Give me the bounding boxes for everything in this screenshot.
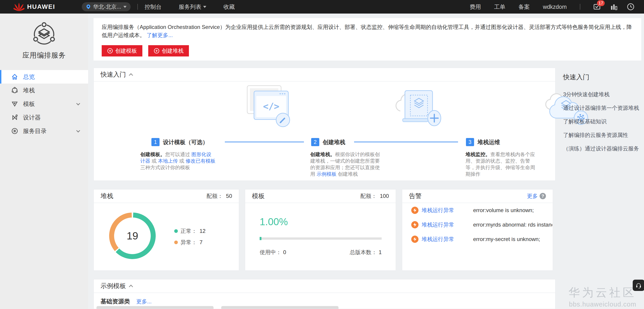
alarm-type-link[interactable]: 堆栈运行异常 — [422, 236, 467, 243]
watermark-url: bbs.huaweicloud.com — [568, 301, 636, 308]
rail-link-cloud-resource-attrs[interactable]: 了解编排的云服务资源属性 — [563, 132, 644, 139]
step-3-description: 堆栈监控。查看您堆栈内各个应用、资源的状态、监控、告警等，并执行升级、伸缩等生命… — [466, 151, 538, 177]
sidebar-item-designer[interactable]: 设计器 — [0, 111, 88, 124]
huawei-logo[interactable]: HUAWEI — [14, 2, 55, 12]
sidebar-item-label: 总览 — [23, 73, 35, 81]
create-stack-button[interactable]: 创建堆栈 — [148, 45, 189, 56]
step-connector — [225, 142, 304, 142]
alarm-row: 堆栈运行异常 error:my-secret is unknown; — [402, 232, 553, 246]
template-card-title: 模板 — [252, 192, 264, 200]
headset-icon — [635, 282, 642, 289]
create-stack-illustration — [393, 84, 444, 130]
resources-chart-icon[interactable] — [610, 3, 618, 10]
stack-card-title: 堆栈 — [100, 192, 113, 200]
alarm-type-link[interactable]: 堆栈运行异常 — [422, 221, 467, 228]
support-headset-button[interactable] — [633, 280, 644, 291]
home-icon — [11, 74, 18, 80]
step-text: 三种方式设计你的模板 — [140, 165, 190, 170]
alarm-type-link[interactable]: 堆栈运行异常 — [422, 207, 467, 214]
quickstart-panel: 快速入门 </> — [94, 68, 556, 181]
alarm-header-right: 更多 ? — [527, 192, 546, 200]
template-usage-percent: 1.00% — [260, 216, 288, 228]
local-upload-link[interactable]: 本地上传 — [158, 158, 178, 164]
orange-dot-icon — [174, 240, 178, 244]
template-versions: 总版本数：1 — [350, 249, 382, 256]
favorites-link[interactable]: 收藏 — [224, 3, 235, 10]
example-templates-panel: 示例模板 基础资源类 更多... — [94, 279, 556, 309]
message-count-badge: 17 — [597, 0, 605, 6]
create-template-label: 创建模板 — [115, 47, 137, 54]
template-usage-bar-fill — [260, 237, 262, 240]
sidebar-item-label: 模板 — [23, 100, 35, 108]
legend-value: 7 — [200, 239, 202, 246]
used-label: 使用中： — [260, 249, 281, 255]
intro-buttons: 创建模板 创建堆栈 — [102, 45, 633, 56]
alarm-card: 告警 更多 ? 堆栈运行异常 error:volume is unknown; … — [402, 189, 553, 270]
collapse-chevron-icon[interactable] — [129, 284, 133, 289]
quickstart-title: 快速入门 — [100, 70, 126, 79]
learn-more-link[interactable]: 了解更多... — [147, 32, 173, 38]
create-template-button[interactable]: 创建模板 — [102, 45, 142, 56]
sidebar-item-catalog[interactable]: 服务目录 — [0, 124, 88, 138]
topbar-icons: 17 — [594, 3, 634, 10]
username-menu[interactable]: wdkzdom — [543, 4, 567, 10]
stack-legend: 正常： 12 异常： 7 — [174, 228, 206, 250]
legend-label: 异常： — [180, 239, 197, 246]
rail-link-first-resource-stack[interactable]: 通过设计器编排第一个资源堆栈 — [563, 104, 644, 112]
sidebar-menu: 总览 堆栈 — [0, 70, 88, 138]
alarm-message: error:my-secret is unknown; — [473, 236, 540, 242]
service-list-label: 服务列表 — [179, 3, 201, 10]
step-1-lead: 创建模板。 — [140, 152, 165, 157]
history-clock-icon[interactable] — [627, 3, 634, 10]
sidebar-item-label: 设计器 — [23, 114, 41, 122]
tickets-link[interactable]: 工单 — [494, 3, 505, 10]
region-selector[interactable]: 华北-北京... — [82, 2, 130, 11]
template-usage-bar — [260, 238, 382, 240]
sidebar-item-overview[interactable]: 总览 — [0, 70, 88, 84]
alarm-message: error:volume is unknown; — [473, 207, 534, 214]
service-list-menu[interactable]: 服务列表 — [179, 3, 206, 10]
category-more-link[interactable]: 更多... — [136, 298, 152, 305]
sidebar-item-stack[interactable]: 堆栈 — [0, 84, 88, 97]
divider — [580, 4, 580, 10]
console-link[interactable]: 控制台 — [144, 3, 162, 10]
sidebar-item-template[interactable]: 模板 — [0, 97, 88, 111]
design-template-illustration: </> — [244, 84, 292, 130]
versions-label: 总版本数： — [350, 249, 377, 255]
stack-quota: 配额： 50 — [206, 192, 232, 200]
rail-link-designer-drill[interactable]: （演练）通过设计器编排云服务 — [563, 145, 644, 152]
step-1-badge: 1 — [152, 138, 160, 146]
messages-icon[interactable]: 17 — [594, 3, 601, 10]
alarm-list: 堆栈运行异常 error:volume is unknown; 堆栈运行异常 e… — [402, 203, 553, 246]
help-question-icon[interactable]: ? — [540, 193, 546, 199]
example-category-row: 基础资源类 更多... — [94, 293, 555, 306]
step-1-description: 创建模板。您可以通过 图形化设计器 或 本地上传 或 修改已有模板 三种方式设计… — [140, 151, 216, 171]
step-text: 或 — [178, 158, 186, 164]
create-stack-label: 创建堆栈 — [162, 47, 184, 54]
service-title: 应用编排服务 — [0, 50, 88, 60]
app-orchestration-console: HUAWEI 华北-北京... 控制台 服务列表 收藏 费用 工单 备案 wdk… — [0, 0, 644, 309]
alarm-more-link[interactable]: 更多 — [527, 192, 538, 200]
sidebar: 应用编排服务 总览 — [0, 14, 88, 309]
billing-link[interactable]: 费用 — [470, 3, 481, 10]
stack-donut-chart: 19 — [106, 210, 158, 262]
example-templates-header: 示例模板 — [94, 280, 555, 293]
rail-link-template-basics[interactable]: 了解模板基础知识 — [563, 118, 644, 125]
region-label: 华北-北京... — [93, 3, 121, 10]
collapse-chevron-icon[interactable] — [129, 73, 133, 77]
stack-total-count: 19 — [106, 210, 158, 262]
sample-template-link[interactable]: 示例模板 — [316, 171, 336, 177]
stack-card-header: 堆栈 配额： 50 — [94, 190, 239, 203]
template-card-header: 模板 配额： 100 — [245, 190, 396, 203]
alarm-card-header: 告警 更多 ? — [402, 190, 553, 203]
step-3-title: 堆栈运维 — [478, 138, 500, 146]
modify-template-link[interactable]: 修改已有模板 — [186, 158, 215, 164]
designer-icon — [11, 114, 18, 121]
filing-link[interactable]: 备案 — [518, 3, 530, 10]
quota-value: 100 — [380, 193, 389, 199]
rail-title: 快速入门 — [563, 73, 644, 82]
template-card-placeholder[interactable] — [221, 306, 338, 309]
template-card-placeholder[interactable] — [96, 306, 214, 309]
rail-link-create-stack-3min[interactable]: 3分钟快速创建堆栈 — [563, 91, 644, 98]
location-pin-icon — [86, 4, 91, 10]
